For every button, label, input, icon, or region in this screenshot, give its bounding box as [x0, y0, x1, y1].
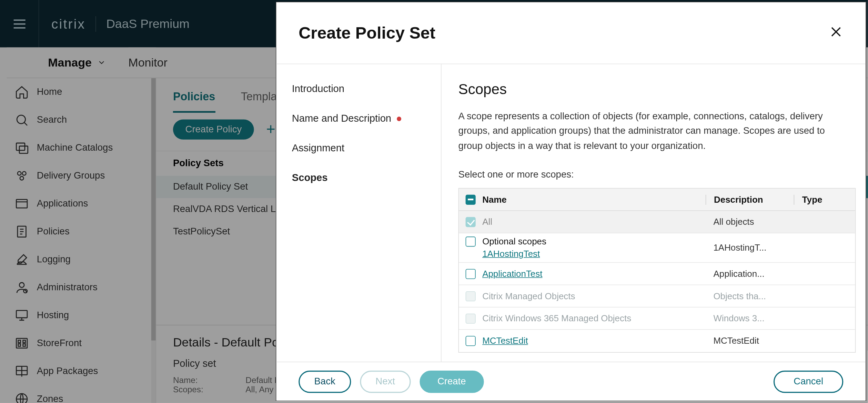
scope-name: MCTestEdit: [482, 336, 528, 346]
scope-checkbox-all[interactable]: [465, 217, 475, 227]
close-button[interactable]: [829, 24, 843, 41]
modal-title: Create Policy Set: [299, 23, 435, 42]
close-icon: [829, 24, 843, 39]
button-label: Back: [314, 376, 335, 386]
select-scopes-label: Select one or more scopes:: [458, 169, 850, 180]
scope-name: ApplicationTest: [482, 269, 542, 279]
table-row: ApplicationTest Application...: [459, 263, 855, 285]
section-description: A scope represents a collection of objec…: [458, 109, 850, 153]
create-button[interactable]: Create: [420, 370, 484, 393]
col-type: Type: [802, 194, 822, 204]
scope-desc: Windows 3...: [705, 313, 794, 323]
scope-desc: Application...: [705, 269, 794, 279]
scope-desc: 1AHostingT...: [705, 243, 794, 253]
next-button[interactable]: Next: [360, 370, 411, 393]
scope-desc: MCTestEdit: [705, 336, 794, 346]
scope-checkbox[interactable]: [465, 269, 475, 279]
table-row: MCTestEdit MCTestEdit: [459, 330, 855, 352]
cancel-button[interactable]: Cancel: [774, 370, 843, 393]
create-policy-set-modal: Create Policy Set Introduction Name and …: [276, 2, 866, 401]
scope-link[interactable]: MCTestEdit: [482, 336, 528, 346]
step-label: Name and Description: [292, 113, 391, 124]
table-row: All All objects: [459, 211, 855, 233]
step-label: Introduction: [292, 83, 344, 95]
scope-link[interactable]: 1AHostingTest: [482, 249, 546, 259]
scope-checkbox[interactable]: [465, 237, 475, 247]
step-introduction[interactable]: Introduction: [292, 83, 425, 95]
table-row: Citrix Windows 365 Managed Objects Windo…: [459, 308, 855, 330]
scopes-table: Name Description Type All All objects: [458, 188, 856, 353]
table-row: Citrix Managed Objects Objects tha...: [459, 285, 855, 308]
scope-checkbox-disabled: [465, 291, 475, 301]
table-header-row: Name Description Type: [459, 189, 855, 211]
section-heading: Scopes: [458, 81, 850, 98]
select-all-checkbox[interactable]: [465, 194, 475, 204]
optional-scopes-label: Optional scopes: [482, 237, 546, 247]
scope-name: All: [482, 217, 492, 227]
step-label: Scopes: [292, 172, 328, 184]
step-assignment[interactable]: Assignment: [292, 142, 425, 154]
col-name: Name: [482, 194, 507, 204]
scope-name: Citrix Managed Objects: [482, 291, 575, 301]
step-scopes[interactable]: Scopes: [292, 172, 425, 184]
scope-name: 1AHostingTest: [482, 249, 540, 259]
step-name-description[interactable]: Name and Description: [292, 113, 425, 124]
col-description: Description: [714, 194, 763, 204]
scope-checkbox[interactable]: [465, 336, 475, 346]
scope-name: Citrix Windows 365 Managed Objects: [482, 313, 631, 323]
scope-checkbox-disabled: [465, 313, 475, 323]
scope-desc: All objects: [705, 217, 794, 227]
scope-desc: Objects tha...: [705, 291, 794, 301]
scope-link[interactable]: ApplicationTest: [482, 269, 542, 279]
button-label: Next: [375, 376, 395, 386]
back-button[interactable]: Back: [299, 370, 351, 393]
button-label: Create: [437, 376, 466, 386]
step-label: Assignment: [292, 142, 344, 154]
table-row: Optional scopes 1AHostingTest 1AHostingT…: [459, 233, 855, 263]
required-dot-icon: [397, 117, 401, 121]
button-label: Cancel: [794, 376, 823, 386]
wizard-steps: Introduction Name and Description Assign…: [276, 64, 441, 362]
